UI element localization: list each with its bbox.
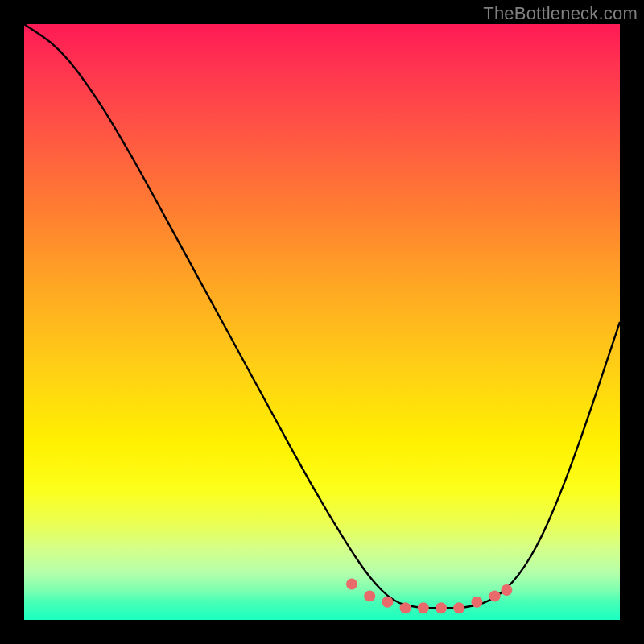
watermark-text: TheBottleneck.com [483,3,638,24]
curve-path [24,24,620,608]
marker-dot [453,602,464,613]
chart-frame: TheBottleneck.com [0,0,644,644]
marker-dot [471,597,482,608]
marker-dot [489,590,501,601]
marker-dot [346,579,357,590]
bottleneck-curve [24,24,620,608]
marker-dot [382,597,393,608]
marker-dot [364,590,375,601]
marker-dot [436,602,447,613]
marker-dot [418,602,429,613]
curve-svg [24,24,620,620]
marker-dot [400,602,411,613]
marker-dot [501,584,512,596]
